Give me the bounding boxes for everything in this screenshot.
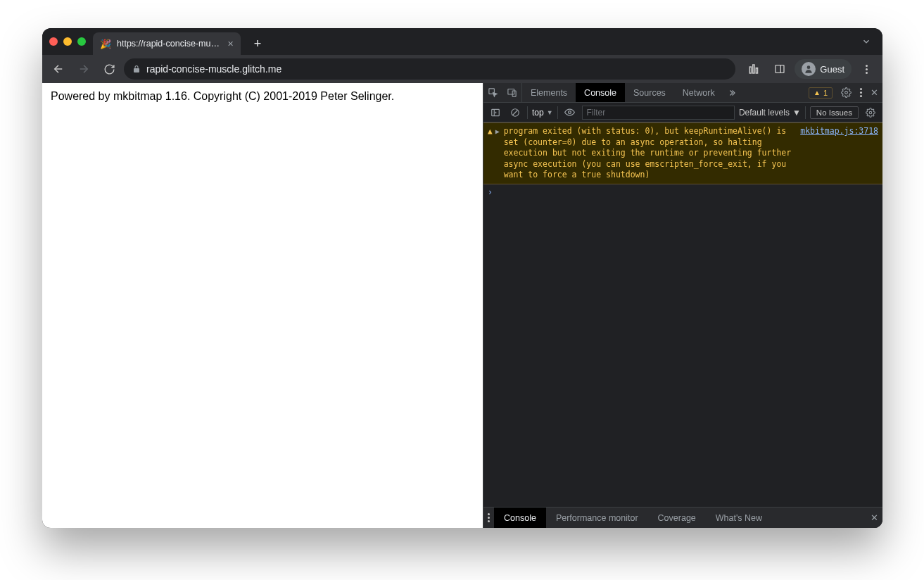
warning-message: program exited (with status: 0), but kee… xyxy=(504,126,797,181)
live-expression-button[interactable] xyxy=(562,105,578,120)
profile-label: Guest xyxy=(820,64,844,75)
console-log-area[interactable]: ▲ ▶ program exited (with status: 0), but… xyxy=(483,122,882,507)
svg-rect-3 xyxy=(753,65,754,73)
browser-window: 🎉 https://rapid-concise-muscle.g ✕ + xyxy=(42,28,882,528)
close-window-button[interactable] xyxy=(49,37,58,46)
tab-network[interactable]: Network xyxy=(674,83,723,102)
drawer-tab-performance-monitor[interactable]: Performance monitor xyxy=(546,508,648,528)
svg-point-16 xyxy=(569,111,571,114)
expand-icon[interactable]: ▶ xyxy=(495,127,500,181)
browser-menu-button[interactable] xyxy=(856,58,877,80)
maximize-window-button[interactable] xyxy=(77,37,86,46)
tab-sources[interactable]: Sources xyxy=(625,83,674,102)
panel-toggle-button[interactable] xyxy=(769,58,790,80)
console-prompt[interactable]: › xyxy=(483,184,882,200)
console-warning-row[interactable]: ▲ ▶ program exited (with status: 0), but… xyxy=(483,122,882,184)
minimize-window-button[interactable] xyxy=(63,37,72,46)
profile-button[interactable]: Guest xyxy=(795,59,852,79)
console-toolbar: top ▼ Default levels ▼ No Issues xyxy=(483,103,882,122)
warnings-count-badge[interactable]: ▲ 1 xyxy=(809,87,833,99)
devtools-panel: Elements Console Sources Network ▲ 1 xyxy=(483,83,882,528)
console-sidebar-toggle[interactable] xyxy=(488,105,503,120)
browser-titlebar: 🎉 https://rapid-concise-muscle.g ✕ + xyxy=(42,28,882,55)
media-control-button[interactable] xyxy=(744,58,765,80)
svg-rect-5 xyxy=(776,65,784,73)
warning-icon: ▲ xyxy=(814,89,821,96)
close-tab-button[interactable]: ✕ xyxy=(227,39,234,49)
tab-console[interactable]: Console xyxy=(576,83,625,102)
svg-point-11 xyxy=(845,92,848,94)
devtools-menu-button[interactable] xyxy=(856,83,866,102)
issues-button[interactable]: No Issues xyxy=(810,106,859,119)
page-content: Powered by mkbitmap 1.16. Copyright (C) … xyxy=(42,83,483,528)
context-selector[interactable]: top ▼ xyxy=(532,108,553,118)
clear-console-button[interactable] xyxy=(507,105,523,120)
svg-rect-4 xyxy=(757,68,758,74)
svg-point-7 xyxy=(807,65,811,69)
address-bar[interactable]: rapid-concise-muscle.glitch.me xyxy=(124,58,735,80)
browser-body: Powered by mkbitmap 1.16. Copyright (C) … xyxy=(42,83,882,528)
browser-toolbar: rapid-concise-muscle.glitch.me Guest xyxy=(42,55,882,83)
avatar-icon xyxy=(802,62,816,76)
address-text: rapid-concise-muscle.glitch.me xyxy=(146,63,727,75)
inspect-element-button[interactable] xyxy=(483,83,502,102)
reload-button[interactable] xyxy=(99,58,120,80)
tab-elements[interactable]: Elements xyxy=(522,83,576,102)
tabs-overflow-button[interactable] xyxy=(723,83,740,102)
console-settings-button[interactable] xyxy=(863,105,878,120)
tab-overflow-button[interactable] xyxy=(861,37,871,46)
warning-icon: ▲ xyxy=(488,127,493,181)
drawer-tab-console[interactable]: Console xyxy=(494,508,546,528)
drawer-tab-whats-new[interactable]: What's New xyxy=(706,508,772,528)
prompt-icon: › xyxy=(488,187,493,197)
tab-title: https://rapid-concise-muscle.g xyxy=(117,39,222,49)
favicon-icon: 🎉 xyxy=(100,39,111,49)
devtools-settings-button[interactable] xyxy=(837,83,856,102)
devtools-tabs: Elements Console Sources Network ▲ 1 xyxy=(483,83,882,103)
svg-point-17 xyxy=(869,111,872,114)
forward-button[interactable] xyxy=(73,58,94,80)
warning-source-link[interactable]: mkbitmap.js:3718 xyxy=(800,126,878,181)
lock-icon xyxy=(132,65,141,73)
console-filter-input[interactable] xyxy=(582,106,735,120)
drawer-close-button[interactable]: ✕ xyxy=(866,508,882,528)
window-controls xyxy=(49,37,86,46)
device-toggle-button[interactable] xyxy=(502,83,521,102)
devtools-drawer: Console Performance monitor Coverage Wha… xyxy=(483,507,882,528)
new-tab-button[interactable]: + xyxy=(248,34,267,53)
back-button[interactable] xyxy=(48,58,69,80)
context-label: top xyxy=(532,108,544,118)
svg-rect-9 xyxy=(508,89,514,95)
drawer-menu-button[interactable] xyxy=(483,508,494,528)
svg-rect-2 xyxy=(750,67,752,73)
page-text: Powered by mkbitmap 1.16. Copyright (C) … xyxy=(51,90,474,103)
chevron-down-icon: ▼ xyxy=(547,109,553,116)
log-levels-label: Default levels xyxy=(739,108,790,118)
devtools-close-button[interactable]: ✕ xyxy=(866,83,882,102)
svg-line-15 xyxy=(513,110,518,115)
drawer-tab-coverage[interactable]: Coverage xyxy=(648,508,706,528)
browser-tab[interactable]: 🎉 https://rapid-concise-muscle.g ✕ xyxy=(93,32,241,55)
chevron-down-icon: ▼ xyxy=(792,108,801,118)
warnings-count: 1 xyxy=(823,89,828,97)
log-levels-selector[interactable]: Default levels ▼ xyxy=(739,108,801,118)
